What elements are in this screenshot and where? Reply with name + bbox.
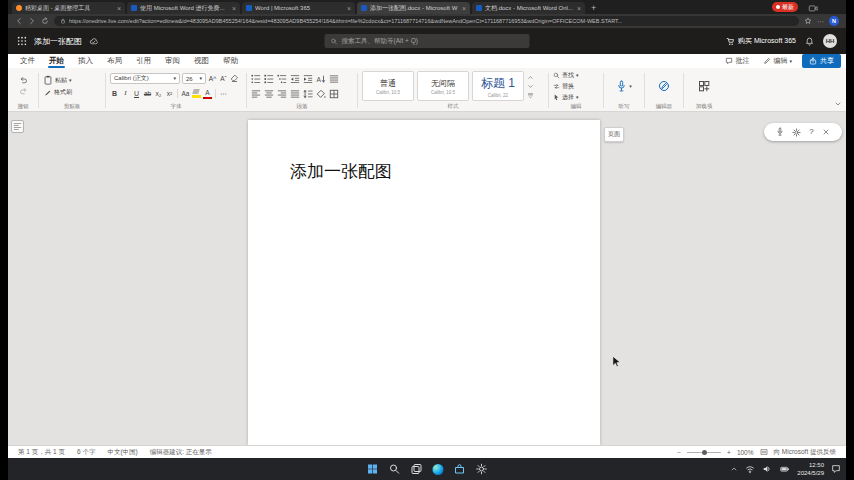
dictate-button[interactable]: ▾ [608,70,640,102]
addins-button[interactable] [688,70,720,102]
browser-tab-5[interactable]: 文档.docx - Microsoft Word Onl... × [472,2,585,14]
change-case-button[interactable]: Aa [181,88,190,99]
word-count[interactable]: 6 个字 [77,448,95,457]
app-launcher-icon[interactable] [17,36,27,46]
borders-icon[interactable] [329,89,339,99]
search-input[interactable]: 搜索工具、帮助等(Alt + Q) [325,34,530,48]
tab-close-icon[interactable]: × [232,5,236,12]
select-button[interactable]: 选择 ▾ [553,92,579,102]
document-title[interactable]: 添加一张配图 [34,36,82,47]
editing-mode-button[interactable]: 编辑 ▾ [759,55,796,67]
refresh-icon[interactable] [41,17,49,25]
highlight-color-button[interactable] [192,89,201,98]
microsoft-store-icon[interactable] [454,463,466,475]
saved-cloud-icon[interactable] [89,37,98,46]
forward-icon[interactable] [28,17,36,25]
url-field[interactable]: https://onedrive.live.com/edit?action=ed… [54,16,799,26]
tab-view[interactable]: 视图 [187,54,216,68]
tab-close-icon[interactable]: × [462,5,466,12]
styles-gallery-expand-icon[interactable] [527,92,534,99]
browser-tab-2[interactable]: 使用 Microsoft Word 进行免费... × [127,2,240,14]
edge-browser-icon[interactable] [433,464,444,475]
user-avatar[interactable]: HH [823,34,837,48]
close-icon[interactable] [822,128,830,136]
comments-button[interactable]: 批注 [721,55,753,67]
notification-center-icon[interactable] [831,464,841,474]
taskbar-clock[interactable]: 12:50 2024/5/29 [797,461,824,477]
new-tab-button[interactable]: + [586,2,601,14]
decrease-indent-icon[interactable] [290,74,300,84]
browser-menu-icon[interactable]: ⋯ [817,18,824,25]
volume-icon[interactable] [762,464,772,474]
tab-close-icon[interactable]: × [347,5,351,12]
browser-profile-avatar[interactable]: N [829,16,839,26]
styles-scroll-down-icon[interactable] [527,83,534,90]
tab-file[interactable]: 文件 [13,54,42,68]
notifications-bell-icon[interactable] [805,37,814,46]
replace-button[interactable]: 替换 [553,81,574,91]
style-normal[interactable]: 普通 Calibri, 10.5 [362,71,414,101]
clear-formatting-icon[interactable] [230,74,239,83]
tab-layout[interactable]: 布局 [100,54,129,68]
italic-button[interactable]: I [121,88,130,99]
grow-font-button[interactable]: A^ [208,73,217,84]
back-icon[interactable] [15,17,23,25]
pages-pane-button[interactable]: 页面 [604,127,624,142]
help-icon[interactable]: ? [809,128,813,136]
tab-insert[interactable]: 插入 [71,54,100,68]
zoom-slider[interactable] [687,452,721,453]
find-button[interactable]: 查找 ▾ [553,70,579,80]
tab-home[interactable]: 开始 [42,54,71,68]
battery-icon[interactable] [779,464,790,474]
tab-review[interactable]: 审阅 [158,54,187,68]
mic-icon[interactable] [776,127,784,137]
recorder-badge[interactable]: 最新 [772,2,798,12]
font-size-combobox[interactable]: 26 ▾ [182,73,206,84]
sort-icon[interactable] [316,74,326,84]
navigation-pane-toggle[interactable] [11,120,24,133]
buy-microsoft365-button[interactable]: 购买 Microsoft 365 [726,36,796,46]
paste-button[interactable]: 粘贴 ▾ [43,75,72,85]
collapse-ribbon-icon[interactable] [834,100,842,108]
multilevel-list-icon[interactable] [277,74,287,84]
styles-scroll-up-icon[interactable] [527,74,534,81]
shading-icon[interactable] [316,89,326,99]
tab-help[interactable]: 帮助 [216,54,245,68]
tab-close-icon[interactable]: × [117,5,121,12]
bullets-icon[interactable] [251,74,261,84]
style-heading1[interactable]: 标题 1 Calibri, 22 [472,71,524,101]
settings-gear-icon[interactable] [792,128,801,137]
browser-tab-4-active[interactable]: 添加一张配图.docx - Microsoft W × [357,2,470,14]
align-left-icon[interactable] [251,89,261,99]
show-paragraph-marks-icon[interactable] [329,74,339,84]
task-view-icon[interactable] [411,463,423,475]
document-page[interactable]: 添加一张配图 [248,120,600,445]
settings-app-icon[interactable] [476,463,488,475]
subscript-button[interactable]: x₂ [154,88,163,99]
align-right-icon[interactable] [277,89,287,99]
bold-button[interactable]: B [110,88,119,99]
screen-record-icon[interactable] [808,3,818,13]
document-body-text[interactable]: 添加一张配图 [290,160,392,183]
strikethrough-button[interactable]: ab [143,88,152,99]
editor-suggestions[interactable]: 编辑器建议: 正在显示 [150,448,212,457]
wifi-icon[interactable] [745,464,755,474]
zoom-level[interactable]: 100% [737,449,754,456]
browser-tab-3[interactable]: Word | Microsoft 365 × [242,2,355,14]
increase-indent-icon[interactable] [303,74,313,84]
underline-button[interactable]: U [132,88,141,99]
tab-close-icon[interactable]: × [577,5,581,12]
zoom-in-button[interactable]: + [727,449,731,456]
style-no-spacing[interactable]: 无间隔 Calibri, 10.5 [417,71,469,101]
format-painter-button[interactable]: 格式刷 [43,87,72,97]
redo-icon[interactable] [19,87,28,96]
font-name-combobox[interactable]: Calibri (正文) ▾ [110,73,180,84]
feedback-link[interactable]: 向 Microsoft 提供反馈 [774,448,836,457]
language-indicator[interactable]: 中文(中国) [107,448,137,457]
justify-icon[interactable] [290,89,300,99]
undo-icon[interactable] [19,76,28,85]
browser-tab-1[interactable]: 精彩桌面 - 桌面整理工具 × [12,2,125,14]
page-indicator[interactable]: 第 1 页，共 1 页 [18,448,65,457]
superscript-button[interactable]: x² [165,88,174,99]
editor-button[interactable] [649,70,679,102]
